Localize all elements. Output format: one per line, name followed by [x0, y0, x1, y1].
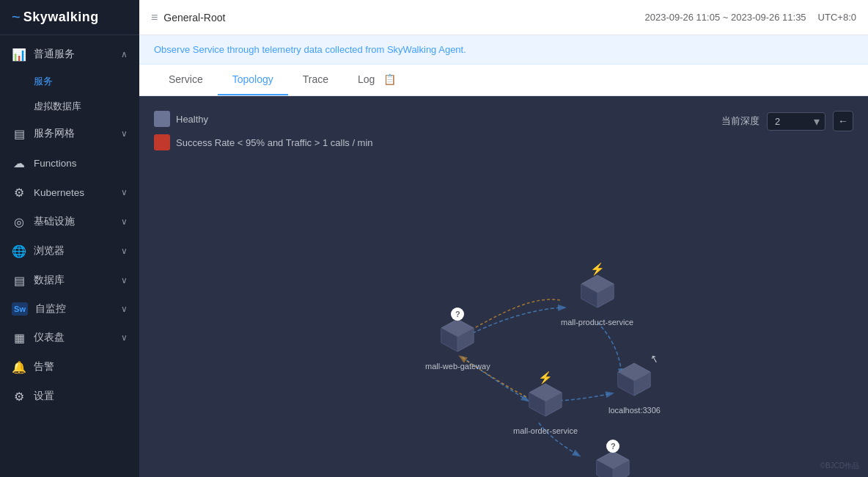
chevron-icon-database: ∨ [121, 275, 128, 285]
legend-item-healthy: Healthy [154, 111, 373, 127]
chevron-icon-service-mesh: ∨ [121, 128, 128, 139]
node-label-order-service: mall-order-service [513, 426, 578, 435]
chevron-icon-infra: ∨ [121, 216, 128, 227]
sidebar-label-kubernetes: Kubernetes [34, 187, 121, 198]
watermark: ©BJCD作品 [820, 461, 859, 471]
chevron-icon-dashboard: ∨ [121, 332, 128, 343]
sidebar-item-service[interactable]: 服务 [0, 69, 139, 94]
chevron-icon-browser: ∨ [121, 246, 128, 256]
tab-topology-label: Topology [232, 73, 273, 85]
sidebar-item-self-monitor[interactable]: Sw 自监控 ∨ [0, 295, 139, 323]
sidebar-label-service-mesh: 服务网格 [34, 127, 121, 140]
node-localhost-3306[interactable]: ↖ localhost:3306 [608, 360, 661, 415]
logo-text: Skywalking [23, 10, 99, 25]
sidebar-item-settings[interactable]: ⚙ 设置 [0, 382, 139, 411]
sidebar-item-service-mesh[interactable]: ▤ 服务网格 ∨ [0, 119, 139, 148]
node-mall-account-service[interactable]: ? mall-account-service [576, 448, 650, 477]
chevron-icon-self-monitor: ∨ [121, 304, 128, 314]
node-label-web-gateway: mall-web-gateway [425, 362, 490, 371]
question-icon-web-gateway: ? [451, 307, 464, 321]
node-label-localhost: localhost:3306 [608, 406, 661, 415]
sidebar-item-kubernetes[interactable]: ⚙ Kubernetes ∨ [0, 178, 139, 207]
sidebar-item-browser[interactable]: 🌐 浏览器 ∨ [0, 236, 139, 266]
tab-trace[interactable]: Trace [288, 65, 343, 95]
tabs-bar: Service Topology Trace Log 📋 [139, 65, 868, 96]
legend-healthy-label: Healthy [176, 114, 208, 125]
node-label-product-service: mall-product-service [561, 318, 633, 327]
dashboard-icon: ▦ [12, 330, 26, 345]
menu-icon: ≡ [151, 11, 158, 24]
sidebar-item-infra[interactable]: ◎ 基础设施 ∨ [0, 207, 139, 236]
info-message: Observe Service through telemetry data c… [154, 44, 466, 55]
cube-web-gateway [438, 316, 477, 354]
main-content: ≡ General-Root 2023-09-26 11:05 ~ 2023-0… [139, 0, 868, 477]
depth-select-wrapper: 1 2 3 4 5 [767, 112, 825, 131]
sidebar-label-alarm: 告警 [34, 360, 128, 374]
time-range: 2023-09-26 11:05 ~ 2023-09-26 11:35 [645, 12, 806, 23]
sidebar-label-functions: Functions [34, 158, 128, 169]
node-mall-product-service[interactable]: ⚡ mall-product-service [561, 272, 633, 327]
depth-select[interactable]: 1 2 3 4 5 [767, 112, 825, 131]
legend-unhealthy-box [154, 134, 170, 150]
depth-control: 当前深度 1 2 3 4 5 ← [721, 111, 853, 131]
sidebar-item-alarm[interactable]: 🔔 告警 [0, 352, 139, 382]
header-right: 2023-09-26 11:05 ~ 2023-09-26 11:35 UTC+… [645, 12, 857, 23]
top-header: ≡ General-Root 2023-09-26 11:05 ~ 2023-0… [139, 0, 868, 35]
sidebar-label-general-service: 普通服务 [34, 48, 121, 61]
alarm-icon: 🔔 [12, 360, 26, 374]
sidebar-label-database: 数据库 [34, 274, 121, 287]
timezone: UTC+8:0 [818, 12, 856, 23]
sidebar-label-browser: 浏览器 [34, 244, 121, 258]
cube-product [578, 272, 617, 310]
tab-log[interactable]: Log 📋 [343, 65, 411, 95]
sidebar-item-database[interactable]: ▤ 数据库 ∨ [0, 266, 139, 295]
legend-unhealthy-label: Success Rate < 95% and Traffic > 1 calls… [176, 137, 373, 148]
sidebar-label-infra: 基础设施 [34, 215, 121, 228]
question-icon-account: ? [606, 440, 619, 453]
node-mall-order-service[interactable]: ⚡ mall-order-service [513, 381, 578, 435]
copy-icon[interactable]: 📋 [383, 73, 396, 85]
content-area: Observe Service through telemetry data c… [139, 35, 868, 477]
topology-connections-svg [139, 96, 868, 477]
depth-label: 当前深度 [721, 114, 760, 128]
logo-wave-icon: ~ [12, 9, 21, 26]
depth-refresh-button[interactable]: ← [833, 111, 853, 131]
tab-service-label: Service [169, 73, 203, 85]
sidebar: ~ Skywalking 📊 普通服务 ∧ 服务 虚拟数据库 ▤ 服务网格 ∨ … [0, 0, 139, 477]
sidebar-item-functions[interactable]: ☁ Functions [0, 148, 139, 178]
mesh-icon: ▤ [12, 126, 26, 141]
bird-icon-product: ⚡ [590, 262, 605, 276]
sidebar-label-dashboard: 仪表盘 [34, 331, 121, 344]
legend: Healthy Success Rate < 95% and Traffic >… [154, 111, 373, 150]
legend-healthy-box [154, 111, 170, 127]
settings-icon: ⚙ [12, 389, 26, 404]
browser-icon: 🌐 [12, 244, 26, 258]
info-bar: Observe Service through telemetry data c… [139, 35, 868, 65]
kubernetes-icon: ⚙ [12, 185, 26, 200]
node-mall-web-gateway[interactable]: ? mall-web-gateway [425, 316, 490, 371]
chevron-icon-kubernetes: ∨ [121, 187, 128, 197]
sidebar-label-settings: 设置 [34, 390, 128, 403]
tab-topology[interactable]: Topology [218, 65, 288, 95]
cube-localhost [615, 360, 653, 398]
sw-icon: Sw [12, 302, 28, 316]
cloud-icon: ☁ [12, 156, 26, 170]
database-icon: ▤ [12, 273, 26, 288]
tab-trace-label: Trace [303, 73, 328, 85]
infra-icon: ◎ [12, 214, 26, 229]
legend-item-unhealthy: Success Rate < 95% and Traffic > 1 calls… [154, 134, 373, 150]
cursor-icon-localhost: ↖ [650, 352, 661, 366]
chevron-icon-general-service: ∧ [121, 49, 128, 59]
sidebar-logo: ~ Skywalking [0, 0, 139, 35]
chart-icon: 📊 [12, 47, 26, 62]
page-title: General-Root [163, 12, 225, 23]
bird-icon-order: ⚡ [538, 371, 553, 385]
sidebar-item-dashboard[interactable]: ▦ 仪表盘 ∨ [0, 323, 139, 352]
sidebar-label-self-monitor: 自监控 [35, 302, 121, 316]
sidebar-item-general-service[interactable]: 📊 普通服务 ∧ [0, 40, 139, 69]
tab-log-label: Log [358, 73, 375, 85]
tab-service[interactable]: Service [154, 65, 218, 95]
sidebar-item-virtual-db[interactable]: 虚拟数据库 [0, 94, 139, 119]
nav-section-main: 📊 普通服务 ∧ 服务 虚拟数据库 ▤ 服务网格 ∨ ☁ Functions ⚙… [0, 35, 139, 415]
topology-canvas: Healthy Success Rate < 95% and Traffic >… [139, 96, 868, 477]
